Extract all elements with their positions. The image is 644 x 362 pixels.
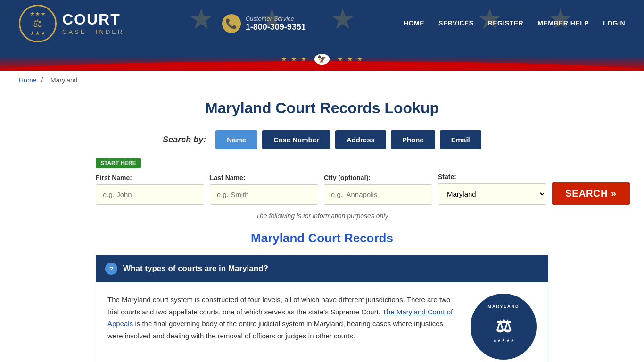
star-left-2: ★ [291, 55, 297, 63]
search-button[interactable]: SEARCH » [552, 182, 630, 205]
faq-text: The Maryland court system is constructed… [107, 294, 459, 342]
search-form: First Name: Last Name: City (optional): … [96, 173, 548, 205]
star-right-2: ★ [347, 55, 353, 63]
seal-top-text: MARYLAND [487, 304, 519, 309]
tab-phone[interactable]: Phone [391, 130, 435, 149]
star-left-1: ★ [281, 55, 287, 63]
eagle-symbol: 🦅 [314, 54, 330, 65]
star-right-3: ★ [357, 55, 363, 63]
city-label: City (optional): [324, 174, 432, 181]
stars-banner: ★ ★ ★ 🦅 ★ ★ ★ [0, 47, 644, 71]
logo-scales-icon: ⚖ [30, 17, 46, 30]
faq-question: What types of courts are in Maryland? [123, 264, 268, 273]
page-title: Maryland Court Records Lookup [96, 99, 548, 117]
phone-icon: 📞 [222, 14, 241, 33]
faq-body-end: is the final governing body of the entir… [107, 320, 443, 340]
tab-name[interactable]: Name [215, 130, 257, 149]
state-label: State: [438, 173, 546, 181]
last-name-group: Last Name: [210, 174, 318, 205]
start-here-badge: START HERE [96, 158, 548, 173]
cs-label: Customer Service [246, 15, 306, 22]
nav-register[interactable]: REGISTER [488, 19, 524, 28]
eagle-area: ★ ★ ★ 🦅 ★ ★ ★ [281, 54, 363, 65]
cs-text: Customer Service 1-800-309-9351 [246, 15, 306, 32]
logo-text: COURT CASE FINDER [62, 12, 124, 35]
city-input[interactable] [324, 184, 432, 205]
logo-court-text: COURT [62, 12, 124, 27]
breadcrumb-current: Maryland [50, 76, 78, 84]
nav-home[interactable]: HOME [404, 19, 424, 28]
breadcrumb-separator: / [41, 76, 43, 84]
seal-stars: ★ ★ ★ ★ ★ [493, 338, 514, 343]
last-name-label: Last Name: [210, 174, 318, 181]
star-left-3: ★ [301, 55, 307, 63]
faq-header[interactable]: ? What types of courts are in Maryland? [96, 255, 548, 282]
city-group: City (optional): [324, 174, 432, 205]
tab-email[interactable]: Email [440, 130, 481, 149]
info-text: The following is for information purpose… [96, 212, 548, 220]
breadcrumb: Home / Maryland [0, 71, 644, 90]
breadcrumb-home[interactable]: Home [19, 76, 36, 84]
search-by-label: Search by: [163, 135, 206, 145]
first-name-group: First Name: [96, 174, 204, 205]
state-group: State: AlabamaAlaskaArizonaArkansasCalif… [438, 173, 546, 205]
faq-icon: ? [105, 263, 117, 275]
logo-circle: ★ ★ ★ ⚖ ★ ★ ★ [19, 5, 57, 42]
faq-section: ? What types of courts are in Maryland? … [96, 255, 548, 362]
start-here-label: START HERE [96, 158, 141, 168]
nav-services[interactable]: SERVICES [438, 19, 474, 28]
state-select[interactable]: AlabamaAlaskaArizonaArkansasCaliforniaCo… [438, 183, 546, 205]
main-nav: HOME SERVICES REGISTER MEMBER HELP LOGIN [404, 19, 625, 28]
first-name-input[interactable] [96, 184, 204, 205]
site-header: ★ ★ ★ ★ ★ ★ ★ ★ ⚖ ★ ★ ★ COURT CASE FINDE… [0, 0, 644, 47]
tab-address[interactable]: Address [335, 130, 386, 149]
nav-member-help[interactable]: MEMBER HELP [537, 19, 589, 28]
last-name-input[interactable] [210, 184, 318, 205]
star-right-1: ★ [337, 55, 343, 63]
logo-area: ★ ★ ★ ⚖ ★ ★ ★ COURT CASE FINDER [19, 5, 124, 42]
logo-case-finder-text: CASE FINDER [62, 27, 124, 35]
customer-service: 📞 Customer Service 1-800-309-9351 [222, 14, 306, 33]
seal-area: MARYLAND ⚖ ★ ★ ★ ★ ★ [471, 294, 537, 360]
cs-phone: 1-800-309-9351 [246, 22, 306, 32]
maryland-seal: MARYLAND ⚖ ★ ★ ★ ★ ★ [471, 294, 537, 360]
main-content: Maryland Court Records Lookup Search by:… [86, 90, 558, 362]
faq-content: The Maryland court system is constructed… [96, 282, 548, 362]
first-name-label: First Name: [96, 174, 204, 181]
seal-scales-icon: ⚖ [495, 316, 512, 337]
search-by-row: Search by: Name Case Number Address Phon… [96, 130, 548, 149]
nav-login[interactable]: LOGIN [603, 19, 625, 28]
section-title: Maryland Court Records [96, 231, 548, 246]
tab-case-number[interactable]: Case Number [262, 130, 330, 149]
